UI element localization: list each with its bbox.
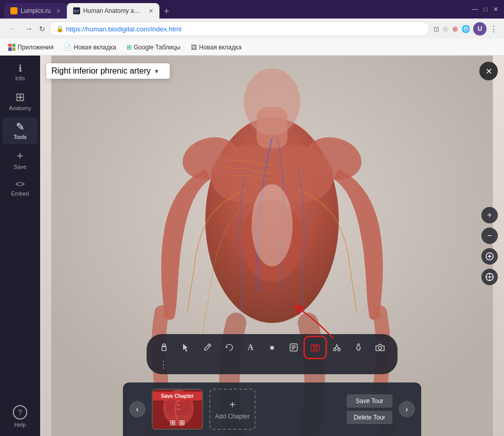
chapter-panel: ‹ Save Chap — [123, 382, 421, 436]
toolbar-btn-note[interactable] — [284, 338, 303, 357]
content-area: ℹ Info ⊞ Anatomy ✎ Tools + Save <> Embed… — [0, 56, 504, 436]
zoom-fit-button[interactable] — [481, 248, 498, 265]
svg-point-24 — [357, 344, 359, 346]
translate-icon[interactable]: ⊡ — [434, 25, 439, 33]
profile-avatar[interactable]: U — [473, 22, 487, 36]
add-chapter-button[interactable]: + Add Chapter — [209, 389, 256, 430]
sidebar-item-embed[interactable]: <> Embed — [3, 176, 38, 201]
body-background — [40, 56, 504, 436]
toolbar-btn-undo[interactable] — [220, 338, 238, 357]
chapter-next-button[interactable]: › — [399, 401, 415, 417]
toolbar-btn-body-parts[interactable] — [155, 338, 173, 357]
chapter-icons: ⊞ ⊞ — [170, 418, 185, 427]
star-icon[interactable]: ☆ — [442, 25, 449, 33]
embed-icon: <> — [15, 180, 25, 188]
save-chapter-button[interactable]: Save Chapter — [153, 392, 202, 400]
sidebar-label-help: Help — [14, 422, 26, 428]
bookmark-apps-label: Приложения — [17, 44, 53, 51]
svg-point-36 — [489, 276, 491, 278]
bookmark-new-tab-2[interactable]: 🖼 Новая вкладка — [187, 43, 246, 52]
browser-window: Lumpics.ru ✕ BD Human Anatomy and Diseas… — [0, 0, 504, 436]
toolbar-btn-pointer[interactable] — [176, 338, 195, 357]
close-viewer-icon: ✕ — [485, 66, 492, 76]
address-icons: ⊡ ☆ ⊗ 🌐 U ⋮ — [434, 22, 498, 36]
close-viewer-button[interactable]: ✕ — [479, 62, 498, 80]
globe-icon[interactable]: 🌐 — [461, 25, 470, 33]
zoom-in-button[interactable]: + — [481, 207, 498, 223]
title-bar: Lumpics.ru ✕ BD Human Anatomy and Diseas… — [0, 0, 504, 19]
orientation-icon — [485, 272, 494, 282]
svg-line-21 — [335, 345, 337, 348]
anatomy-svg — [40, 56, 504, 436]
address-input[interactable]: 🔒 https://human.biodigital.com/index.htm… — [49, 22, 429, 36]
zoom-fit-icon — [485, 252, 494, 261]
delete-tour-button[interactable]: Delete Tour — [347, 411, 392, 424]
bookmark-new-tab-1[interactable]: 📄 Новая вкладка — [60, 43, 120, 52]
tab-lumpics-label: Lumpics.ru — [21, 7, 51, 14]
toolbar-btn-draw[interactable] — [198, 338, 217, 357]
sidebar-item-tools[interactable]: ✎ Tools — [3, 117, 38, 144]
svg-line-22 — [337, 345, 339, 348]
sheets-icon: ⊞ — [127, 44, 132, 51]
sidebar-label-anatomy: Anatomy — [9, 105, 31, 111]
adblock-icon[interactable]: ⊗ — [452, 25, 458, 33]
window-controls: — □ ✕ — [471, 5, 500, 13]
main-viewer[interactable]: Right inferior phrenic artery ▾ ✕ — [40, 56, 504, 436]
maximize-button[interactable]: □ — [481, 5, 490, 13]
toolbar-btn-scissors[interactable] — [328, 338, 346, 357]
tab-biodigital-close[interactable]: ✕ — [149, 8, 153, 14]
zoom-out-icon: − — [487, 231, 492, 240]
svg-line-11 — [208, 345, 210, 346]
tab-lumpics-close[interactable]: ✕ — [56, 8, 61, 14]
structure-selector[interactable]: Right inferior phrenic artery ▾ — [46, 63, 170, 79]
reload-button[interactable]: ↻ — [39, 25, 45, 33]
menu-icon[interactable]: ⋮ — [490, 24, 498, 34]
toolbar-btn-snapshot[interactable] — [306, 338, 325, 357]
svg-point-20 — [338, 348, 340, 351]
back-button[interactable]: ← — [6, 23, 19, 34]
sidebar: ℹ Info ⊞ Anatomy ✎ Tools + Save <> Embed… — [0, 56, 40, 436]
sidebar-label-tools: Tools — [13, 134, 27, 140]
info-icon: ℹ — [19, 64, 22, 73]
add-chapter-icon: + — [229, 399, 236, 411]
chapter-item-1: Save Chapter ⊞ ⊞ — [152, 389, 203, 430]
help-icon: ? — [13, 405, 27, 420]
apps-icon — [8, 44, 15, 51]
add-chapter-label: Add Chapter — [215, 413, 249, 420]
bookmark-new-tab-2-label: Новая вкладка — [199, 44, 242, 51]
chapter-actions: Save Tour Delete Tour — [347, 394, 392, 424]
sidebar-item-help[interactable]: ? Help — [10, 401, 30, 432]
zoom-out-button[interactable]: − — [481, 228, 498, 244]
save-tour-button[interactable]: Save Tour — [347, 394, 392, 408]
bookmark-apps[interactable]: Приложения — [4, 43, 58, 52]
page-icon-2: 🖼 — [191, 44, 197, 51]
bookmark-new-tab-1-label: Новая вкладка — [74, 44, 116, 51]
bookmark-sheets-label: Google Таблицы — [134, 44, 181, 51]
forward-button[interactable]: → — [23, 23, 35, 34]
close-button[interactable]: ✕ — [492, 5, 500, 13]
tab-biodigital[interactable]: BD Human Anatomy and Disease in ✕ — [67, 3, 159, 19]
toolbar-btn-square[interactable]: ■ — [263, 338, 281, 357]
dropdown-arrow-icon[interactable]: ▾ — [155, 67, 158, 75]
toolbar-row-main: A ■ — [155, 338, 389, 357]
toolbar-btn-figure[interactable] — [349, 338, 368, 357]
sidebar-item-save[interactable]: + Save — [3, 146, 38, 174]
save-chapter-label: Save Chapter — [161, 393, 194, 399]
svg-point-27 — [379, 346, 382, 350]
chapter-prev-button[interactable]: ‹ — [129, 401, 146, 417]
sidebar-item-anatomy[interactable]: ⊞ Anatomy — [3, 88, 38, 115]
minimize-button[interactable]: — — [471, 5, 479, 13]
more-icon: ⋮ — [159, 359, 168, 370]
tab-biodigital-label: Human Anatomy and Disease in — [83, 7, 143, 14]
toolbar-btn-camera[interactable] — [371, 338, 389, 357]
sidebar-item-info[interactable]: ℹ Info — [3, 60, 38, 85]
tab-lumpics[interactable]: Lumpics.ru ✕ — [4, 3, 67, 19]
svg-rect-17 — [313, 345, 317, 346]
svg-line-25 — [356, 347, 357, 348]
toolbar-more-button[interactable]: ⋮ — [155, 359, 172, 370]
delete-tour-label: Delete Tour — [354, 414, 385, 421]
toolbar-btn-text[interactable]: A — [241, 338, 260, 357]
new-tab-button[interactable]: + — [159, 4, 174, 19]
orientation-button[interactable] — [481, 269, 498, 285]
bookmark-sheets[interactable]: ⊞ Google Таблицы — [122, 43, 185, 52]
